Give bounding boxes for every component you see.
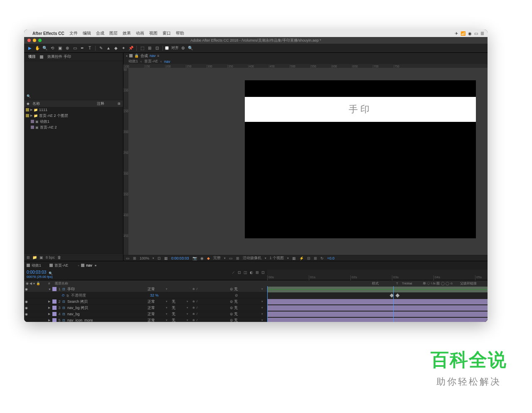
time-display[interactable]: 0:00:03:03 bbox=[171, 256, 189, 260]
col-mode[interactable]: 模式 bbox=[372, 281, 396, 286]
orbit-tool[interactable]: ⟲ bbox=[49, 45, 56, 52]
resolution-icon[interactable]: ⊡ bbox=[158, 256, 161, 260]
clone-tool[interactable]: ▲ bbox=[105, 45, 112, 52]
pen-tool[interactable]: ✒ bbox=[79, 45, 86, 52]
twirl-icon[interactable]: ▶ bbox=[48, 306, 52, 309]
layer-row[interactable]: ▶ 5⊡ nav_icon_more 正常▾ 无▾ ⊕ / ⊚无▾ bbox=[24, 317, 267, 322]
comp-name[interactable]: nav bbox=[150, 54, 156, 58]
layer-row[interactable]: ◉ ▶ 3⊡ nav_bg 拷贝 正常▾ 无▾ ⊕ / ⊚无▾ bbox=[24, 305, 267, 311]
label-color[interactable] bbox=[52, 306, 57, 310]
motion-blur-icon[interactable]: ◐ bbox=[250, 270, 253, 275]
menu-layer[interactable]: 图层 bbox=[109, 30, 118, 36]
col-trkmat[interactable]: TrkMat bbox=[402, 282, 423, 285]
tab-project[interactable]: 项目 bbox=[27, 53, 37, 60]
timeline-tab[interactable]: 动效1 bbox=[27, 263, 41, 268]
dropdown-icon[interactable]: ▾ bbox=[153, 257, 154, 260]
view-axis-icon[interactable]: ⊡ bbox=[154, 45, 160, 52]
hand-tool[interactable]: ✋ bbox=[34, 45, 41, 52]
timeline-tracks[interactable] bbox=[267, 286, 488, 322]
grid-icon[interactable]: ⊞ bbox=[133, 256, 136, 260]
comp-flowchart-icon[interactable]: ⊞ bbox=[314, 256, 317, 260]
layer-bar[interactable] bbox=[267, 312, 488, 317]
zoom-tool[interactable]: 🔍 bbox=[42, 45, 48, 52]
col-parent[interactable]: 父级和链接 bbox=[460, 281, 488, 286]
channel-icon[interactable]: ◉ bbox=[200, 256, 204, 260]
visibility-toggle[interactable]: ◉ bbox=[24, 312, 28, 316]
menu-effect[interactable]: 效果 bbox=[123, 30, 131, 36]
guides-icon[interactable]: ⊞ bbox=[236, 256, 239, 260]
visibility-toggle[interactable]: ◉ bbox=[24, 306, 28, 310]
stopwatch-icon[interactable]: ⏱ bbox=[62, 294, 65, 297]
visibility-toggle[interactable]: ◉ bbox=[24, 287, 28, 291]
cc-icon[interactable]: ◉ bbox=[468, 31, 472, 36]
tree-icon[interactable]: ⊞ bbox=[118, 102, 121, 106]
timeline-tab[interactable]: 首页-AE bbox=[49, 263, 68, 268]
reset-exposure-icon[interactable]: ↻ bbox=[320, 256, 324, 260]
brainstorm-icon[interactable]: ⊡ bbox=[261, 270, 265, 275]
menu-edit[interactable]: 编辑 bbox=[83, 30, 91, 36]
layer-bar[interactable] bbox=[267, 299, 488, 304]
timecode[interactable]: 0:00:03:03 bbox=[27, 270, 46, 275]
text-tool[interactable]: T bbox=[86, 45, 93, 52]
graph-editor-icon[interactable]: ⊞ bbox=[256, 270, 259, 275]
telegram-icon[interactable]: ✈ bbox=[455, 31, 458, 36]
local-axis-icon[interactable]: ⬚ bbox=[139, 45, 145, 52]
menu-animation[interactable]: 动画 bbox=[136, 30, 144, 36]
project-item[interactable]: ▶📁首页-AE 2 个图层 bbox=[24, 113, 123, 119]
twirl-icon[interactable]: ▶ bbox=[48, 319, 52, 322]
label-color[interactable] bbox=[52, 287, 57, 291]
pan-behind-tool[interactable]: ⊕ bbox=[64, 45, 71, 52]
eraser-tool[interactable]: ◆ bbox=[113, 45, 119, 52]
crumb[interactable]: 首页-AE bbox=[144, 59, 158, 64]
crumb-current[interactable]: nav bbox=[164, 59, 170, 64]
twirl-icon[interactable]: ▶ bbox=[48, 300, 52, 303]
project-search-input[interactable] bbox=[32, 94, 121, 99]
app-menu[interactable]: After Effects CC bbox=[32, 31, 64, 36]
crumb[interactable]: 动效1 bbox=[128, 59, 138, 64]
expression-link-icon[interactable]: ⊘ bbox=[235, 293, 238, 297]
menu-view[interactable]: 视图 bbox=[149, 30, 158, 36]
close-tab-icon[interactable]: × bbox=[126, 54, 128, 57]
comment-column[interactable]: 注释 bbox=[97, 101, 118, 106]
menu-window[interactable]: 窗口 bbox=[163, 30, 171, 36]
timeline-tab-active[interactable]: ×nav≡ bbox=[76, 263, 96, 267]
close-button[interactable] bbox=[27, 39, 31, 42]
property-row[interactable]: ⏱ ⊵ 不透明度 32 % ⊘ bbox=[24, 292, 267, 299]
roto-tool[interactable]: ✦ bbox=[120, 45, 127, 52]
menu-composition[interactable]: 合成 bbox=[96, 30, 104, 36]
snap-options-icon[interactable]: ⚙ bbox=[180, 45, 186, 52]
screen-icon[interactable]: ▭ bbox=[474, 31, 478, 36]
graph-icon[interactable]: ⊵ bbox=[66, 294, 69, 297]
layer-row[interactable]: ◉ ▼ 1 ⊡ 手印 正常▾ ⊕ / ⊚无▾ bbox=[24, 286, 267, 292]
world-axis-icon[interactable]: ⊞ bbox=[146, 45, 153, 52]
search-help-icon[interactable]: 🔍 bbox=[187, 45, 194, 52]
camera-dropdown[interactable]: 活动摄像机 bbox=[243, 255, 261, 261]
layer-bar[interactable] bbox=[267, 305, 488, 311]
views-dropdown[interactable]: 1 个视图 bbox=[270, 255, 284, 261]
shy-icon[interactable]: ⟋ bbox=[232, 270, 235, 275]
folder-new-icon[interactable]: 📁 bbox=[32, 255, 37, 260]
label-color[interactable] bbox=[52, 299, 57, 304]
label-color[interactable] bbox=[52, 318, 57, 322]
minimize-button[interactable] bbox=[33, 39, 36, 42]
project-columns-header[interactable]: ◆ 名称 注释 ⊞ bbox=[24, 100, 123, 107]
menu-file[interactable]: 文件 bbox=[69, 30, 78, 36]
label-color[interactable] bbox=[52, 312, 57, 316]
comp-new-icon[interactable]: ▣ bbox=[39, 255, 43, 260]
puppet-tool[interactable]: 📌 bbox=[128, 45, 134, 52]
project-item[interactable]: ▣首页-AE 2 bbox=[24, 124, 123, 130]
zoom-value[interactable]: 100% bbox=[140, 256, 149, 260]
quality-dropdown[interactable]: 完整 bbox=[213, 255, 221, 261]
opacity-value[interactable]: 32 % bbox=[150, 293, 159, 297]
menu-help[interactable]: 帮助 bbox=[176, 30, 184, 36]
pixel-aspect-icon[interactable]: ▦ bbox=[292, 256, 296, 260]
work-area-start[interactable] bbox=[267, 286, 268, 322]
time-ruler[interactable]: 00s 01s 02s 03s 04s 05s bbox=[267, 270, 488, 280]
panel-menu-icon[interactable]: ≡ bbox=[158, 54, 160, 58]
bpc-button[interactable]: 8 bpc bbox=[46, 255, 55, 260]
color-mgmt-icon[interactable]: ◆ bbox=[207, 256, 210, 260]
tab-effect-controls[interactable]: 效果控件 手印 bbox=[46, 53, 73, 60]
camera-tool[interactable]: ▣ bbox=[57, 45, 63, 52]
layer-row[interactable]: ◉ ▶ 4⊡ nav_bg 正常▾ 无▾ ⊕ / ⊚无▾ bbox=[24, 311, 267, 317]
selection-tool[interactable]: ▶ bbox=[27, 45, 33, 52]
